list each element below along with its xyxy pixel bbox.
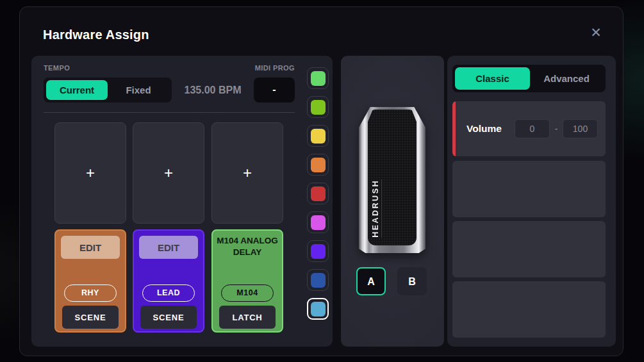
range-separator: - bbox=[552, 119, 561, 138]
headrush-logo: HEADRUSH bbox=[371, 179, 382, 238]
color-swatch-fill bbox=[311, 215, 326, 230]
midi-prog-label: MIDI PROG bbox=[224, 64, 295, 72]
mode-button[interactable]: LATCH bbox=[219, 306, 276, 329]
footswitch-tag: LEAD bbox=[142, 284, 195, 302]
tab-advanced[interactable]: Advanced bbox=[530, 67, 603, 90]
color-swatch[interactable] bbox=[307, 298, 329, 320]
color-swatch[interactable] bbox=[307, 183, 329, 204]
assign-slot-3[interactable]: + bbox=[211, 122, 283, 224]
color-swatch[interactable] bbox=[307, 125, 329, 147]
footswitch-block-2[interactable]: EDIT LEAD SCENE bbox=[133, 229, 204, 333]
range-min-input[interactable] bbox=[515, 119, 550, 138]
curve-tabbar: Classic Advanced bbox=[452, 65, 606, 92]
hardware-assign-dialog: Hardware Assign ✕ TEMPO MIDI PROG Curren… bbox=[19, 6, 623, 356]
color-swatch[interactable] bbox=[307, 240, 329, 262]
color-swatch-fill bbox=[311, 273, 326, 288]
color-swatch-fill bbox=[311, 71, 326, 86]
footswitch-tag: RHY bbox=[64, 284, 117, 302]
tab-classic[interactable]: Classic bbox=[455, 67, 530, 90]
plus-icon: + bbox=[243, 164, 252, 182]
footswitch-tag: M104 bbox=[221, 284, 274, 302]
footswitch-block-3[interactable]: M104 ANALOG DELAY M104 LATCH bbox=[211, 229, 283, 333]
color-swatch-fill bbox=[311, 100, 326, 115]
color-swatch[interactable] bbox=[307, 269, 329, 291]
color-swatch[interactable] bbox=[307, 96, 329, 118]
color-swatch[interactable] bbox=[307, 154, 329, 176]
color-swatch-fill bbox=[311, 244, 326, 259]
empty-parameter-card bbox=[452, 221, 606, 277]
pedal-position-b-button[interactable]: B bbox=[397, 267, 427, 295]
empty-parameter-card bbox=[452, 161, 606, 217]
edit-button[interactable]: EDIT bbox=[139, 236, 198, 259]
color-swatch-fill bbox=[311, 186, 326, 201]
range-max-input[interactable] bbox=[563, 119, 598, 138]
pedal-position-a-button[interactable]: A bbox=[356, 267, 386, 295]
empty-parameter-card bbox=[452, 281, 606, 338]
volume-parameter-card: Volume - bbox=[452, 101, 606, 156]
color-palette bbox=[307, 67, 329, 320]
color-swatch[interactable] bbox=[307, 67, 329, 89]
plus-icon: + bbox=[164, 164, 173, 182]
parameter-accent-bar bbox=[452, 101, 456, 156]
pedal-tread: HEADRUSH bbox=[368, 110, 417, 245]
edit-button[interactable]: EDIT bbox=[61, 236, 120, 259]
tempo-mode-toggle: Current Fixed bbox=[44, 78, 172, 103]
expression-pedal-image: HEADRUSH bbox=[359, 107, 425, 253]
parameter-label: Volume bbox=[466, 101, 502, 156]
mode-button[interactable]: SCENE bbox=[140, 306, 197, 329]
parameter-panel: Classic Advanced Volume - bbox=[447, 56, 616, 347]
pedal-panel: HEADRUSH A B bbox=[341, 56, 444, 347]
mode-button[interactable]: SCENE bbox=[62, 306, 119, 329]
color-swatch-fill bbox=[311, 158, 326, 172]
color-swatch-fill bbox=[311, 129, 326, 144]
close-icon[interactable]: ✕ bbox=[587, 24, 605, 42]
footswitch-block-1[interactable]: EDIT RHY SCENE bbox=[54, 229, 126, 333]
assign-panel: TEMPO MIDI PROG Current Fixed 135.00 BPM… bbox=[31, 56, 333, 347]
tempo-label: TEMPO bbox=[44, 64, 70, 72]
tempo-mode-current[interactable]: Current bbox=[46, 80, 108, 100]
midi-prog-button[interactable]: - bbox=[254, 78, 295, 103]
tempo-mode-fixed[interactable]: Fixed bbox=[108, 80, 169, 100]
assign-slot-2[interactable]: + bbox=[133, 122, 204, 224]
color-swatch[interactable] bbox=[307, 211, 329, 233]
color-swatch-fill bbox=[311, 302, 326, 317]
assign-slot-1[interactable]: + bbox=[54, 122, 126, 224]
bpm-value: 135.00 BPM bbox=[172, 78, 254, 103]
plus-icon: + bbox=[86, 164, 95, 182]
footswitch-title: M104 ANALOG DELAY bbox=[215, 235, 279, 258]
divider bbox=[44, 112, 295, 113]
dialog-title: Hardware Assign bbox=[43, 28, 149, 42]
